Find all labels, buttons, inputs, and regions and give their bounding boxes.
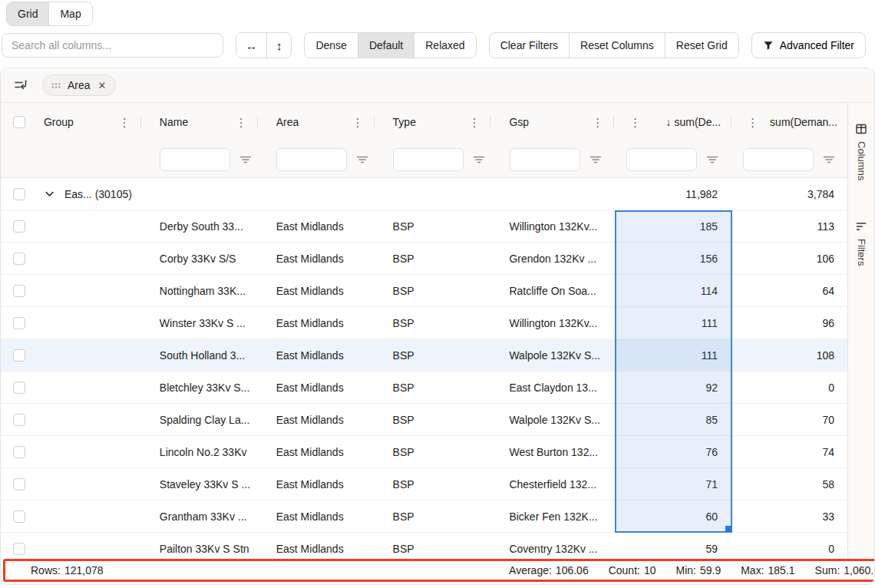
row-checkbox[interactable] <box>13 220 25 233</box>
column-menu-icon[interactable]: ⋮ <box>349 117 367 128</box>
row-checkbox-cell[interactable] <box>1 307 38 339</box>
expand-chevron-icon[interactable] <box>44 188 55 200</box>
row-checkbox-cell[interactable] <box>1 500 38 532</box>
column-header-sum_de[interactable]: ⋮↓sum(De... <box>614 103 731 141</box>
table-row[interactable]: Pailton 33Kv S StnEast MidlandsBSPCovent… <box>1 533 848 559</box>
row-checkbox[interactable] <box>13 253 25 265</box>
group-row[interactable]: Eas... (30105)11,9823,784 <box>1 178 848 210</box>
row-checkbox[interactable] <box>13 285 25 297</box>
row-checkbox[interactable] <box>13 349 25 362</box>
row-checkbox[interactable] <box>13 543 25 555</box>
row-checkbox-cell[interactable] <box>1 436 38 467</box>
sidebar-tab-columns[interactable]: Columns <box>855 123 867 180</box>
search-input[interactable] <box>2 33 223 58</box>
table-row[interactable]: Derby South 33...East MidlandsBSPWilling… <box>1 210 848 243</box>
table-row[interactable]: Lincoln No.2 33KvEast MidlandsBSPWest Bu… <box>1 436 848 468</box>
table-row[interactable]: Nottingham 33K...East MidlandsBSPRatclif… <box>1 275 848 307</box>
row-checkbox-cell[interactable] <box>1 339 38 371</box>
row-checkbox[interactable] <box>13 510 25 523</box>
status-bar: Rows: 121,078 Average:106.06 Count:10 Mi… <box>1 559 874 584</box>
row-checkbox[interactable] <box>13 188 25 200</box>
cell-name: Lincoln No.2 33Kv <box>141 436 258 467</box>
filter-icon[interactable] <box>589 154 602 166</box>
row-checkbox[interactable] <box>13 317 25 329</box>
column-label: Name <box>160 116 188 128</box>
row-checkbox-cell[interactable] <box>1 372 38 403</box>
column-menu-icon[interactable]: ⋮ <box>589 117 606 128</box>
column-header-type[interactable]: Type⋮ <box>375 103 491 141</box>
column-header-area[interactable]: Area⋮ <box>258 103 375 141</box>
column-label: Gsp <box>509 116 529 128</box>
tab-map[interactable]: Map <box>48 2 91 25</box>
row-checkbox-cell[interactable] <box>1 178 38 210</box>
row-checkbox[interactable] <box>13 446 25 458</box>
filter-icon[interactable] <box>356 154 368 166</box>
clear-filters-button[interactable]: Clear Filters <box>490 33 569 58</box>
cell-gsp: Willington 132Kv... <box>490 307 614 339</box>
filter-icon[interactable] <box>706 154 718 166</box>
reset-grid-button[interactable]: Reset Grid <box>665 33 738 58</box>
row-checkbox-cell[interactable] <box>1 468 38 500</box>
row-group-panel: Area ✕ <box>1 68 874 103</box>
filter-icon[interactable] <box>239 154 252 166</box>
cell-gsp: Bicker Fen 132K... <box>490 500 614 532</box>
group-chip-area[interactable]: Area ✕ <box>42 74 116 96</box>
density-dense-button[interactable]: Dense <box>305 33 357 58</box>
column-header-gsp[interactable]: Gsp⋮ <box>490 103 614 141</box>
row-checkbox-cell[interactable] <box>1 275 38 306</box>
cell-sum_de: 114 <box>614 275 731 306</box>
table-row[interactable]: Corby 33Kv S/SEast MidlandsBSPGrendon 13… <box>1 243 848 275</box>
group-spacer-cell <box>38 500 141 532</box>
row-checkbox-cell[interactable] <box>1 210 38 242</box>
remove-chip-icon[interactable]: ✕ <box>97 80 108 91</box>
group-cell[interactable]: Eas... (30105) <box>38 178 614 210</box>
advanced-filter-button[interactable]: Advanced Filter <box>751 32 866 58</box>
column-menu-icon[interactable]: ⋮ <box>116 117 134 128</box>
filter-cell-type <box>375 141 491 177</box>
app-root: Grid Map ↔ ↕ Dense Default Relaxed Clear… <box>0 0 875 588</box>
table-row[interactable]: Bletchley 33Kv S...East MidlandsBSPEast … <box>1 372 848 404</box>
row-checkbox[interactable] <box>13 414 25 426</box>
column-menu-icon[interactable]: ⋮ <box>465 117 483 128</box>
reset-columns-button[interactable]: Reset Columns <box>569 33 665 58</box>
filter-input-name[interactable] <box>160 148 230 171</box>
table-row[interactable]: Staveley 33Kv S ...East MidlandsBSPChest… <box>1 468 848 500</box>
row-checkbox-cell[interactable] <box>1 533 38 559</box>
group-spacer-cell <box>38 243 141 274</box>
column-header-sum_deman[interactable]: ⋮sum(Deman... <box>731 103 848 141</box>
table-row[interactable]: Winster 33Kv S ...East MidlandsBSPWillin… <box>1 307 848 339</box>
filter-input-sum_deman[interactable] <box>743 148 814 171</box>
cell-sum_deman: 64 <box>731 275 848 306</box>
filter-input-gsp[interactable] <box>510 148 580 171</box>
sidebar-tab-filters[interactable]: Filters <box>855 220 867 266</box>
density-relaxed-button[interactable]: Relaxed <box>414 33 475 58</box>
autosize-width-button[interactable]: ↔ <box>236 33 266 58</box>
tab-grid[interactable]: Grid <box>7 2 48 25</box>
select-all-cell[interactable] <box>1 103 38 141</box>
row-checkbox[interactable] <box>13 478 25 491</box>
column-menu-icon[interactable]: ⋮ <box>744 117 761 128</box>
aggregates: Average:106.06 Count:10 Min:59.9 Max:185… <box>509 564 875 576</box>
filter-icon[interactable] <box>823 154 835 166</box>
column-label: Type <box>393 116 416 128</box>
cell-gsp: Grendon 132Kv ... <box>490 243 614 274</box>
table-row[interactable]: South Holland 3...East MidlandsBSPWalpol… <box>1 339 848 372</box>
row-checkbox[interactable] <box>13 382 25 394</box>
filter-input-type[interactable] <box>393 148 464 171</box>
select-all-checkbox[interactable] <box>13 116 25 128</box>
row-checkbox-cell[interactable] <box>1 243 38 274</box>
autosize-height-button[interactable]: ↕ <box>266 33 292 58</box>
column-header-name[interactable]: Name⋮ <box>141 103 258 141</box>
filter-row <box>1 141 848 178</box>
table-row[interactable]: Spalding Clay La...East MidlandsBSPWalpo… <box>1 404 848 436</box>
row-checkbox-cell[interactable] <box>1 404 38 435</box>
density-default-button[interactable]: Default <box>358 33 414 58</box>
column-header-group[interactable]: Group⋮ <box>38 103 141 141</box>
cell-area: East Midlands <box>258 500 375 532</box>
filter-icon[interactable] <box>473 154 485 166</box>
column-menu-icon[interactable]: ⋮ <box>626 117 644 128</box>
column-menu-icon[interactable]: ⋮ <box>233 117 250 128</box>
filter-input-area[interactable] <box>276 148 347 171</box>
table-row[interactable]: Grantham 33Kv ...East MidlandsBSPBicker … <box>1 500 848 533</box>
filter-input-sum_de[interactable] <box>626 148 697 171</box>
